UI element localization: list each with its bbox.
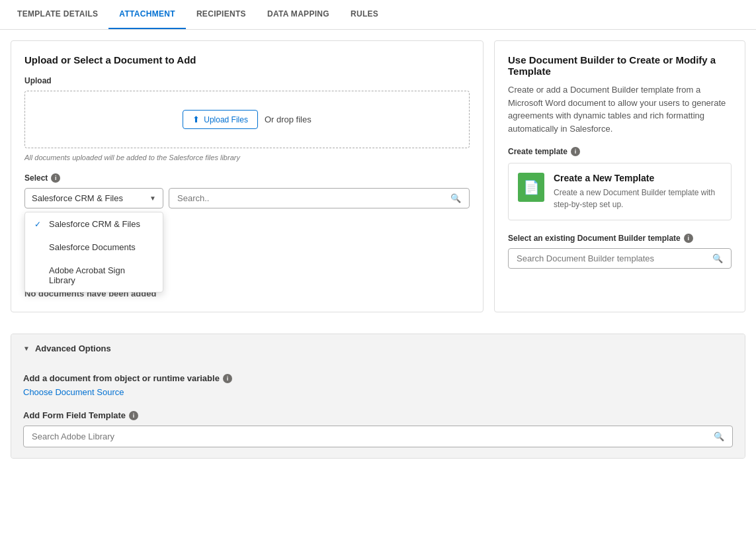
upload-icon: ⬆ xyxy=(192,114,200,124)
advanced-chevron-icon: ▼ xyxy=(23,345,30,352)
advanced-body: Add a document from object or runtime va… xyxy=(11,363,745,458)
select-row: Salesforce CRM & Files ▼ ✓ Salesforce CR… xyxy=(24,188,470,208)
main-content: Upload or Select a Document to Add Uploa… xyxy=(0,30,756,323)
existing-template-info-icon[interactable]: i xyxy=(684,234,693,243)
tabs-bar: TEMPLATE DETAILS ATTACHMENT RECIPIENTS D… xyxy=(0,0,756,30)
adobe-library-search-box: 🔍 xyxy=(23,426,733,447)
tab-recipients[interactable]: RECIPIENTS xyxy=(186,0,257,29)
template-card-content: Create a New Template Create a new Docum… xyxy=(554,173,722,210)
select-label: Select i xyxy=(24,173,470,183)
dropdown-value: Salesforce CRM & Files xyxy=(32,193,123,203)
tab-attachment[interactable]: ATTACHMENT xyxy=(108,0,186,29)
left-panel-title: Upload or Select a Document to Add xyxy=(24,54,470,66)
source-search-box: 🔍 xyxy=(169,188,470,208)
doc-source-label: Add a document from object or runtime va… xyxy=(23,373,733,383)
create-template-card[interactable]: 📄 Create a New Template Create a new Doc… xyxy=(508,163,732,220)
adobe-library-search-input[interactable] xyxy=(32,431,714,441)
existing-template-label: Select an existing Document Builder temp… xyxy=(508,234,732,243)
left-panel: Upload or Select a Document to Add Uploa… xyxy=(11,40,483,312)
upload-note: All documents uploaded will be added to … xyxy=(24,154,470,161)
form-field-label: Add Form Field Template i xyxy=(23,410,733,420)
form-field-info-icon[interactable]: i xyxy=(129,411,138,420)
upload-zone[interactable]: ⬆ Upload Files Or drop files xyxy=(24,91,470,148)
page-wrapper: TEMPLATE DETAILS ATTACHMENT RECIPIENTS D… xyxy=(0,0,756,544)
search-icon: 🔍 xyxy=(450,193,461,203)
tab-data-mapping[interactable]: DATA MAPPING xyxy=(257,0,340,29)
tab-template-details[interactable]: TEMPLATE DETAILS xyxy=(7,0,108,29)
right-panel: Use Document Builder to Create or Modify… xyxy=(494,40,745,312)
existing-template-search-box: 🔍 xyxy=(508,248,732,269)
check-icon-empty xyxy=(34,243,44,252)
tab-rules[interactable]: RULES xyxy=(340,0,389,29)
create-template-label: Create template i xyxy=(508,147,732,156)
template-card-title: Create a New Template xyxy=(554,173,722,183)
adobe-search-icon: 🔍 xyxy=(714,431,724,441)
dropdown-item-library[interactable]: Adobe Acrobat Sign Library xyxy=(25,259,163,292)
source-search-input[interactable] xyxy=(177,193,450,203)
drop-text: Or drop files xyxy=(265,114,312,124)
choose-doc-source-link[interactable]: Choose Document Source xyxy=(23,387,124,397)
right-panel-title: Use Document Builder to Create or Modify… xyxy=(508,54,732,77)
chevron-down-icon: ▼ xyxy=(149,195,156,202)
select-info-icon[interactable]: i xyxy=(51,173,60,183)
source-dropdown[interactable]: Salesforce CRM & Files ▼ xyxy=(24,188,163,208)
dropdown-item-crm[interactable]: ✓ Salesforce CRM & Files xyxy=(25,212,163,236)
advanced-label: Advanced Options xyxy=(35,343,111,353)
existing-template-search-input[interactable] xyxy=(517,253,712,263)
advanced-section: ▼ Advanced Options Add a document from o… xyxy=(11,334,745,459)
upload-button-label: Upload Files xyxy=(204,115,248,124)
doc-source-info-icon[interactable]: i xyxy=(223,374,232,383)
dropdown-menu: ✓ Salesforce CRM & Files Salesforce Docu… xyxy=(24,212,163,293)
existing-search-icon: 🔍 xyxy=(712,253,723,263)
doc-icon-inner: 📄 xyxy=(523,179,540,195)
template-card-desc: Create a new Document Builder template w… xyxy=(554,187,722,210)
dropdown-item-docs[interactable]: Salesforce Documents xyxy=(25,236,163,259)
right-panel-desc: Create or add a Document Builder templat… xyxy=(508,83,732,135)
check-icon: ✓ xyxy=(34,220,44,229)
advanced-header[interactable]: ▼ Advanced Options xyxy=(11,334,745,363)
upload-label: Upload xyxy=(24,76,470,85)
upload-files-button[interactable]: ⬆ Upload Files xyxy=(183,110,258,129)
check-icon-empty2 xyxy=(34,271,44,280)
create-template-info-icon[interactable]: i xyxy=(571,147,580,156)
doc-builder-icon: 📄 xyxy=(518,173,544,202)
